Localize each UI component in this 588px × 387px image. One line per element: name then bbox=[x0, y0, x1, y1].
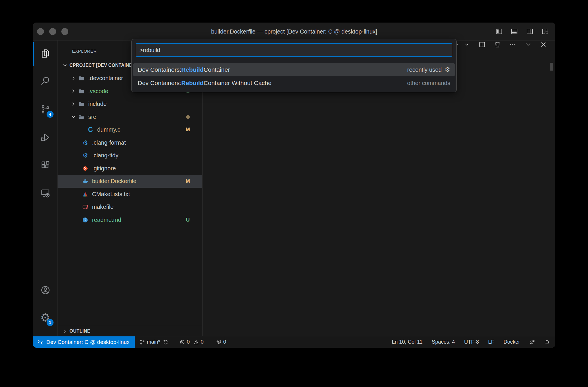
titlebar: builder.Dockerfile — cproject [Dev Conta… bbox=[33, 23, 555, 40]
git-status-badge: U bbox=[184, 217, 192, 223]
source-control-badge: 4 bbox=[47, 111, 54, 118]
account-button[interactable] bbox=[33, 278, 58, 303]
chevron-right-icon bbox=[71, 102, 76, 107]
sync-icon bbox=[163, 339, 168, 345]
group-label-other-commands: other commands bbox=[407, 80, 450, 86]
notifications-button[interactable] bbox=[544, 339, 550, 345]
outline-section-header[interactable]: OUTLINE bbox=[58, 326, 202, 336]
errors-icon bbox=[179, 339, 185, 345]
terminal-dropdown-button[interactable] bbox=[463, 41, 471, 48]
bell-icon bbox=[544, 339, 550, 345]
cursor-position-status[interactable]: Ln 10, Col 11 bbox=[392, 339, 422, 345]
tree-item-cmakelists[interactable]: CMakeLists.txt bbox=[58, 188, 202, 201]
cmake-file-icon bbox=[82, 191, 89, 198]
configure-keybinding-gear-icon[interactable]: ⚙ bbox=[444, 67, 450, 73]
encoding-status[interactable]: UTF-8 bbox=[464, 339, 479, 345]
git-branch-status[interactable]: main* bbox=[139, 339, 160, 345]
toggle-panel-button[interactable] bbox=[510, 27, 518, 35]
git-status-badge: M bbox=[184, 178, 192, 184]
tree-item-clang-tidy[interactable]: ⚙ .clang-tidy bbox=[58, 149, 202, 162]
warnings-icon bbox=[193, 339, 199, 345]
command-palette: Dev Containers: Rebuild Container recent… bbox=[131, 39, 457, 92]
active-indicator bbox=[33, 42, 34, 66]
command-item-rebuild-container[interactable]: Dev Containers: Rebuild Container recent… bbox=[133, 63, 455, 76]
explorer-activity-button[interactable] bbox=[33, 41, 58, 66]
indentation-status[interactable]: Spaces: 4 bbox=[432, 339, 455, 345]
account-icon bbox=[40, 285, 51, 295]
feedback-icon bbox=[529, 339, 535, 345]
folder-open-icon bbox=[78, 114, 85, 120]
split-terminal-button[interactable] bbox=[478, 41, 486, 48]
files-icon bbox=[40, 48, 51, 59]
run-debug-activity-button[interactable] bbox=[33, 125, 58, 150]
chevron-right-icon bbox=[71, 76, 76, 81]
c-file-icon: C bbox=[87, 126, 94, 133]
tree-item-include[interactable]: include bbox=[58, 98, 202, 111]
tree-item-clang-format[interactable]: ⚙ .clang-format bbox=[58, 136, 202, 149]
activity-bar: 4 ⚙ 1 bbox=[33, 40, 58, 336]
sync-changes-button[interactable] bbox=[163, 339, 168, 345]
status-bar: Dev Container: C @ desktop-linux main* 0… bbox=[33, 336, 555, 348]
branch-icon bbox=[139, 339, 145, 345]
close-panel-button[interactable] bbox=[540, 41, 547, 48]
toggle-secondary-sidebar-button[interactable] bbox=[526, 27, 534, 35]
search-icon bbox=[40, 76, 51, 86]
group-label-recently-used: recently used bbox=[407, 67, 442, 73]
remote-icon bbox=[38, 339, 43, 345]
chevron-right-icon bbox=[71, 89, 76, 94]
more-actions-button[interactable] bbox=[509, 41, 517, 48]
gear-file-icon: ⚙ bbox=[82, 139, 89, 146]
git-file-icon bbox=[82, 165, 89, 172]
tree-item-builder-dockerfile[interactable]: builder.Dockerfile M bbox=[58, 175, 202, 188]
settings-badge: 1 bbox=[47, 319, 54, 326]
command-palette-input[interactable] bbox=[136, 43, 452, 57]
source-control-activity-button[interactable]: 4 bbox=[33, 97, 58, 122]
chevron-down-icon bbox=[71, 114, 76, 119]
extensions-icon bbox=[40, 160, 51, 171]
tree-item-src[interactable]: src bbox=[58, 110, 202, 124]
panel-toolbar bbox=[452, 41, 547, 48]
minimize-panel-button[interactable] bbox=[524, 41, 532, 48]
kill-terminal-button[interactable] bbox=[494, 41, 501, 48]
info-file-icon bbox=[82, 217, 89, 223]
folder-changes-dot bbox=[184, 114, 192, 120]
docker-file-icon bbox=[82, 178, 89, 185]
explorer-title: EXPLORER bbox=[72, 49, 97, 54]
makefile-icon bbox=[82, 204, 89, 210]
folder-icon bbox=[78, 75, 85, 82]
tree-item-dummy-c[interactable]: C dummy.c M bbox=[58, 124, 202, 137]
vscode-window: builder.Dockerfile — cproject [Dev Conta… bbox=[33, 23, 555, 348]
git-status-badge: M bbox=[184, 127, 192, 133]
chevron-down-icon bbox=[62, 63, 67, 68]
folder-icon bbox=[78, 101, 85, 107]
window-title: builder.Dockerfile — cproject [Dev Conta… bbox=[33, 23, 555, 40]
eol-status[interactable]: LF bbox=[488, 339, 494, 345]
command-palette-list: Dev Containers: Rebuild Container recent… bbox=[132, 63, 456, 90]
remote-explorer-icon bbox=[40, 188, 51, 198]
settings-button[interactable]: ⚙ 1 bbox=[33, 305, 58, 330]
language-mode-status[interactable]: Docker bbox=[504, 339, 520, 345]
folder-icon bbox=[78, 88, 85, 95]
customize-layout-button[interactable] bbox=[541, 27, 549, 35]
command-item-rebuild-without-cache[interactable]: Dev Containers: Rebuild Container Withou… bbox=[133, 76, 455, 90]
tree-item-makefile[interactable]: makefile bbox=[58, 201, 202, 214]
toggle-primary-sidebar-button[interactable] bbox=[495, 27, 503, 35]
run-debug-icon bbox=[40, 132, 51, 143]
gear-file-icon: ⚙ bbox=[82, 152, 89, 159]
tree-item-readme[interactable]: readme.md U bbox=[58, 213, 202, 226]
forwarded-ports-status[interactable]: 0 bbox=[216, 339, 226, 345]
problems-status[interactable]: 0 0 bbox=[179, 339, 204, 345]
feedback-button[interactable] bbox=[529, 339, 535, 345]
remote-explorer-activity-button[interactable] bbox=[33, 181, 58, 206]
extensions-activity-button[interactable] bbox=[33, 153, 58, 178]
tree-item-gitignore[interactable]: .gitignore bbox=[58, 162, 202, 175]
search-activity-button[interactable] bbox=[33, 69, 58, 93]
radio-tower-icon bbox=[216, 339, 222, 345]
chevron-right-icon bbox=[62, 329, 67, 334]
scrollbar-thumb[interactable] bbox=[550, 63, 553, 71]
remote-indicator[interactable]: Dev Container: C @ desktop-linux bbox=[33, 336, 135, 348]
